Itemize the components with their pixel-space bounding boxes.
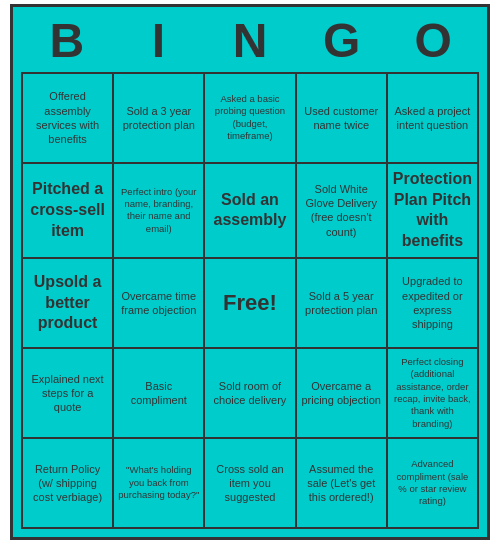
bingo-cell[interactable]: Cross sold an item you suggested	[205, 439, 294, 527]
bingo-cell[interactable]: Sold room of choice delivery	[205, 349, 294, 437]
bingo-cell[interactable]: Sold a 3 year protection plan	[114, 74, 203, 162]
bingo-cell[interactable]: Asked a basic probing question (budget, …	[205, 74, 294, 162]
bingo-cell[interactable]: Overcame time frame objection	[114, 259, 203, 347]
bingo-cell[interactable]: Asked a project intent question	[388, 74, 477, 162]
bingo-cell[interactable]: Free!	[205, 259, 294, 347]
bingo-cell[interactable]: Perfect intro (your name, branding, thei…	[114, 164, 203, 257]
bingo-cell[interactable]: Sold an assembly	[205, 164, 294, 257]
letter-n: N	[207, 15, 293, 68]
bingo-cell[interactable]: Basic compliment	[114, 349, 203, 437]
letter-g: G	[299, 15, 385, 68]
bingo-cell[interactable]: Upsold a better product	[23, 259, 112, 347]
bingo-cell[interactable]: Offered assembly services with benefits	[23, 74, 112, 162]
letter-i: I	[115, 15, 201, 68]
bingo-cell[interactable]: Used customer name twice	[297, 74, 386, 162]
bingo-cell[interactable]: Overcame a pricing objection	[297, 349, 386, 437]
bingo-header: B I N G O	[21, 15, 479, 68]
bingo-cell[interactable]: Explained next steps for a quote	[23, 349, 112, 437]
bingo-cell[interactable]: Pitched a cross-sell item	[23, 164, 112, 257]
bingo-cell[interactable]: "What's holding you back from purchasing…	[114, 439, 203, 527]
bingo-cell[interactable]: Sold a 5 year protection plan	[297, 259, 386, 347]
letter-b: B	[24, 15, 110, 68]
bingo-cell[interactable]: Sold White Glove Delivery (free doesn't …	[297, 164, 386, 257]
bingo-cell[interactable]: Perfect closing (additional assistance, …	[388, 349, 477, 437]
bingo-grid: Offered assembly services with benefitsS…	[21, 72, 479, 529]
bingo-cell[interactable]: Assumed the sale (Let's get this ordered…	[297, 439, 386, 527]
bingo-cell[interactable]: Advanced compliment (sale % or star revi…	[388, 439, 477, 527]
bingo-cell[interactable]: Return Policy (w/ shipping cost verbiage…	[23, 439, 112, 527]
bingo-cell[interactable]: Protection Plan Pitch with benefits	[388, 164, 477, 257]
bingo-cell[interactable]: Upgraded to expedited or express shippin…	[388, 259, 477, 347]
bingo-card: B I N G O Offered assembly services with…	[10, 4, 490, 540]
letter-o: O	[390, 15, 476, 68]
